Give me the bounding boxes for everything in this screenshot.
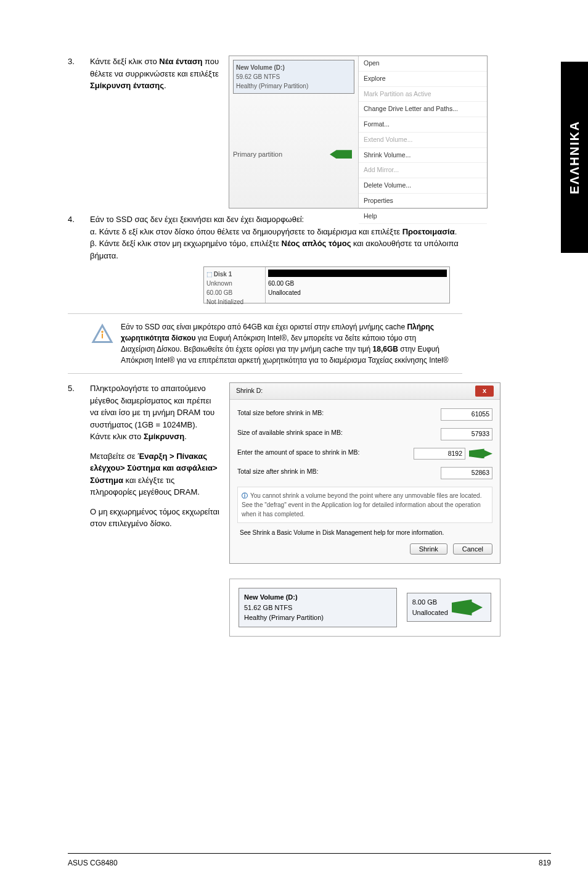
- step-4-a: α. Κάντε δ εξί κλικ στον δίσκο όπου θέλε…: [90, 226, 462, 238]
- note-box: Εάν το SSD σας είναι μικρότερο από 64GB …: [68, 313, 462, 374]
- disk1-right: 60.00 GB Unallocated: [266, 267, 449, 303]
- step-3: 3. Κάντε δεξί κλικ στο Νέα ένταση που θέ…: [68, 56, 462, 208]
- step-4-b: β. Κάντε δεξί κλικ στον μη εκχωρημένο τό…: [90, 237, 462, 262]
- menu-add-mirror[interactable]: Add Mirror...: [359, 163, 487, 178]
- value-available: 57933: [441, 428, 492, 440]
- footer-left: ASUS CG8480: [68, 857, 118, 868]
- disk-pane: New Volume (D:) 59.62 GB NTFS Healthy (P…: [229, 56, 358, 208]
- arrow-left-icon: [469, 448, 492, 458]
- menu-mark-active[interactable]: Mark Partition as Active: [359, 87, 487, 102]
- menu-delete-volume[interactable]: Delete Volume...: [359, 178, 487, 194]
- menu-help[interactable]: Help: [359, 209, 487, 225]
- label-total-after: Total size after shrink in MB:: [237, 467, 318, 479]
- value-enter-amount[interactable]: 8192: [414, 448, 465, 460]
- disk1-bar: [268, 270, 447, 277]
- value-total-after: 52863: [441, 467, 492, 479]
- arrow-left-icon: [330, 150, 352, 159]
- label-enter-amount: Enter the amount of space to shrink in M…: [237, 448, 359, 460]
- language-label: ΕΛΛΗΝΙΚΑ: [565, 120, 584, 194]
- context-menu-screenshot: New Volume (D:) 59.62 GB NTFS Healthy (P…: [229, 56, 488, 208]
- disk1-left: ⬚ Disk 1 Unknown 60.00 GB Not Initialize…: [204, 267, 266, 303]
- menu-format[interactable]: Format...: [359, 117, 487, 133]
- label-total-before: Total size before shrink in MB:: [237, 408, 324, 421]
- info-icon: ⓘ: [242, 492, 248, 499]
- disk-icon: ⬚: [206, 271, 212, 278]
- svg-rect-1: [102, 334, 103, 339]
- svg-point-0: [101, 331, 104, 333]
- after-unallocated-cell: 8.00 GB Unallocated: [407, 593, 491, 622]
- menu-extend-volume[interactable]: Extend Volume...: [359, 133, 487, 148]
- volume-box: New Volume (D:) 59.62 GB NTFS Healthy (P…: [233, 60, 354, 94]
- cancel-button[interactable]: Cancel: [453, 543, 492, 555]
- menu-shrink-volume[interactable]: Shrink Volume...: [359, 148, 487, 163]
- step-5-number: 5.: [68, 382, 90, 637]
- step-4-number: 4.: [68, 213, 90, 262]
- disk1-screenshot: ⬚ Disk 1 Unknown 60.00 GB Not Initialize…: [203, 266, 450, 303]
- menu-properties[interactable]: Properties: [359, 194, 487, 209]
- after-volume-cell: New Volume (D:) 51.62 GB NTFS Healthy (P…: [239, 588, 397, 627]
- primary-partition-label: Primary partition: [233, 149, 354, 160]
- context-menu: Open Explore Mark Partition as Active Ch…: [358, 56, 487, 208]
- footer-page-number: 819: [539, 857, 551, 868]
- menu-change-letter[interactable]: Change Drive Letter and Paths...: [359, 102, 487, 117]
- step-5-text: Πληκτρολογήστε το απαιτούμενο μέγεθος δι…: [90, 382, 219, 637]
- menu-explore[interactable]: Explore: [359, 72, 487, 87]
- step-3-number: 3.: [68, 56, 90, 208]
- page-footer: ASUS CG8480 819: [68, 853, 551, 868]
- arrow-left-icon: [452, 600, 483, 616]
- language-side-tab: ΕΛΛΗΝΙΚΑ: [561, 62, 588, 253]
- value-total-before: 61055: [441, 408, 492, 421]
- step-3-text: Κάντε δεξί κλικ στο Νέα ένταση που θέλετ…: [90, 56, 219, 92]
- shrink-dialog-title: Shrink D:: [236, 386, 263, 396]
- shrink-button[interactable]: Shrink: [410, 543, 447, 555]
- close-icon[interactable]: x: [475, 386, 494, 397]
- page-content: 3. Κάντε δεξί κλικ στο Νέα ένταση που θέ…: [0, 0, 530, 637]
- step-5: 5. Πληκτρολογήστε το απαιτούμενο μέγεθος…: [68, 382, 462, 637]
- after-shrink-screenshot: New Volume (D:) 51.62 GB NTFS Healthy (P…: [229, 579, 500, 637]
- shrink-info-2: See Shrink a Basic Volume in Disk Manage…: [237, 523, 492, 537]
- shrink-info-1: ⓘYou cannot shrink a volume beyond the p…: [237, 487, 492, 523]
- note-text: Εάν το SSD σας είναι μικρότερο από 64GB …: [121, 321, 462, 366]
- warning-icon: [90, 321, 115, 346]
- label-available: Size of available shrink space in MB:: [237, 428, 343, 440]
- shrink-dialog: Shrink D: x Total size before shrink in …: [229, 382, 500, 564]
- menu-open[interactable]: Open: [359, 56, 487, 72]
